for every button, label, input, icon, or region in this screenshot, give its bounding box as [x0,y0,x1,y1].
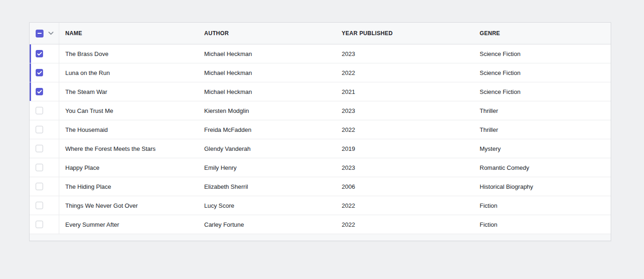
cell-genre: Science Fiction [480,69,611,76]
row-checkbox[interactable] [36,164,43,171]
column-header-name[interactable]: NAME [59,30,204,37]
row-checkbox[interactable] [36,69,43,76]
row-select-cell [30,44,59,63]
cell-author: Kiersten Modglin [204,107,342,114]
cell-year: 2006 [342,183,480,190]
cell-name: The Steam War [59,88,204,95]
cell-year: 2023 [342,164,480,171]
row-checkbox[interactable] [36,183,43,190]
cell-author: Glendy Vanderah [204,145,342,152]
cell-year: 2019 [342,145,480,152]
cell-author: Freida McFadden [204,126,342,133]
table-row[interactable]: Things We Never Got Over Lucy Score 2022… [30,196,611,215]
indeterminate-dash-icon [38,33,42,34]
cell-genre: Historical Biography [480,183,611,190]
cell-year: 2022 [342,202,480,209]
cell-author: Michael Heckman [204,50,342,57]
cell-author: Michael Heckman [204,88,342,95]
row-select-cell [30,63,59,82]
column-header-author[interactable]: AUTHOR [204,30,342,37]
table-row[interactable]: Luna on the Run Michael Heckman 2022 Sci… [30,63,611,82]
cell-genre: Thriller [480,126,611,133]
table-body: The Brass Dove Michael Heckman 2023 Scie… [30,44,611,234]
row-checkbox[interactable] [36,221,43,228]
table-row[interactable]: The Housemaid Freida McFadden 2022 Thril… [30,120,611,139]
table-row[interactable]: The Hiding Place Elizabeth Sherril 2006 … [30,177,611,196]
table-row[interactable]: The Brass Dove Michael Heckman 2023 Scie… [30,44,611,63]
cell-genre: Fiction [480,202,611,209]
cell-year: 2022 [342,126,480,133]
table-row[interactable]: Every Summer After Carley Fortune 2022 F… [30,215,611,234]
cell-name: The Hiding Place [59,183,204,190]
row-checkbox[interactable] [36,202,43,209]
cell-author: Carley Fortune [204,221,342,228]
cell-genre: Science Fiction [480,88,611,95]
checkmark-icon [37,52,42,56]
cell-year: 2023 [342,107,480,114]
cell-name: Things We Never Got Over [59,202,204,209]
row-select-cell [30,101,59,120]
row-checkbox[interactable] [36,145,43,152]
cell-name: The Brass Dove [59,50,204,57]
checkmark-icon [37,71,42,75]
cell-author: Lucy Score [204,202,342,209]
table-row[interactable]: You Can Trust Me Kiersten Modglin 2023 T… [30,101,611,120]
row-select-cell [30,158,59,177]
row-select-cell [30,120,59,139]
chevron-down-icon[interactable] [48,31,54,35]
table-row[interactable]: Happy Place Emily Henry 2023 Romantic Co… [30,158,611,177]
row-select-cell [30,139,59,158]
cell-author: Michael Heckman [204,69,342,76]
row-checkbox[interactable] [36,107,43,114]
cell-name: Luna on the Run [59,69,204,76]
cell-genre: Romantic Comedy [480,164,611,171]
cell-genre: Science Fiction [480,50,611,57]
cell-year: 2022 [342,69,480,76]
cell-name: Happy Place [59,164,204,171]
row-select-cell [30,177,59,196]
table-row[interactable]: The Steam War Michael Heckman 2021 Scien… [30,82,611,101]
table-header-row: NAME AUTHOR YEAR PUBLISHED GENRE [30,23,611,44]
cell-author: Emily Henry [204,164,342,171]
cell-year: 2023 [342,50,480,57]
select-all-cell [30,23,59,44]
column-header-genre[interactable]: GENRE [480,30,611,37]
cell-name: Every Summer After [59,221,204,228]
cell-year: 2021 [342,88,480,95]
table-row[interactable]: Where the Forest Meets the Stars Glendy … [30,139,611,158]
cell-genre: Fiction [480,221,611,228]
row-select-cell [30,82,59,101]
table-footer [30,234,611,241]
cell-year: 2022 [342,221,480,228]
column-header-year[interactable]: YEAR PUBLISHED [342,30,480,37]
books-table: NAME AUTHOR YEAR PUBLISHED GENRE The Bra… [29,22,611,241]
row-checkbox[interactable] [36,88,43,95]
cell-author: Elizabeth Sherril [204,183,342,190]
row-select-cell [30,215,59,234]
select-all-checkbox[interactable] [36,30,44,37]
cell-name: You Can Trust Me [59,107,204,114]
cell-name: Where the Forest Meets the Stars [59,145,204,152]
row-checkbox[interactable] [36,126,43,133]
cell-genre: Mystery [480,145,611,152]
row-select-cell [30,196,59,215]
cell-genre: Thriller [480,107,611,114]
checkmark-icon [37,90,42,94]
row-checkbox[interactable] [36,50,43,57]
cell-name: The Housemaid [59,126,204,133]
